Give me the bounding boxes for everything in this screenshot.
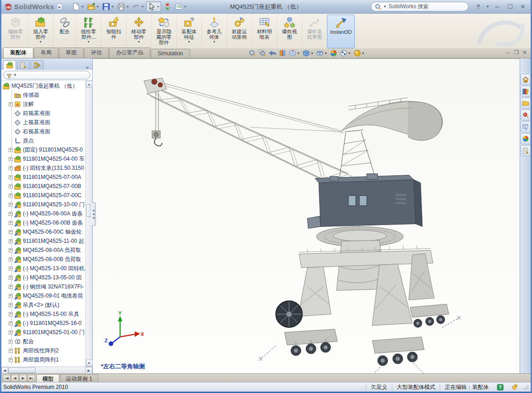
linear-component-pattern-button[interactable]: 线性零部件...▼: [76, 15, 101, 48]
tree-item[interactable]: +局部圆周阵列1: [1, 355, 85, 364]
model-tab-1[interactable]: 模型: [37, 374, 59, 382]
tree-item[interactable]: +MQ4525-08-00A 负荷取: [1, 246, 85, 255]
expand-toggle[interactable]: +: [9, 330, 13, 335]
section-view-button[interactable]: [278, 49, 287, 58]
expand-toggle[interactable]: +: [9, 349, 13, 353]
tree-item[interactable]: 原点: [1, 136, 85, 145]
apply-scene-button[interactable]: [329, 49, 338, 58]
prev-tab-button[interactable]: ◀: [11, 375, 19, 382]
view-orientation-button[interactable]: ▼: [288, 49, 300, 58]
panel-tabs-overflow[interactable]: »: [86, 64, 90, 70]
scroll-right-arrow[interactable]: ▶: [85, 367, 92, 374]
tree-item[interactable]: +(-) 911801MQ4525-16-0: [1, 319, 85, 328]
tree-item[interactable]: +(-) MQ4525-13-00 回转机: [1, 264, 85, 273]
save-button-dropdown-arrow[interactable]: ▼: [111, 5, 114, 8]
hide-show-items-button[interactable]: ▼: [316, 49, 328, 58]
insert-component-button-dropdown-arrow[interactable]: ▼: [39, 40, 42, 43]
undo-button-dropdown-arrow[interactable]: ▼: [141, 5, 144, 8]
tree-item[interactable]: +局部线性阵列2: [1, 346, 85, 355]
tree-item[interactable]: +911801MQ4525-01-00 门: [1, 328, 85, 337]
tree-item[interactable]: 上视基准面: [1, 118, 85, 127]
tab-装配体[interactable]: 装配体: [3, 47, 33, 58]
view-orientation-button-dropdown-arrow[interactable]: ▼: [297, 52, 300, 55]
expand-toggle[interactable]: +: [9, 358, 13, 362]
view-settings-button[interactable]: ▼: [339, 49, 352, 58]
move-component-button[interactable]: 移动零部件▼: [126, 15, 151, 48]
select-button[interactable]: ▼: [146, 1, 161, 12]
expand-toggle[interactable]: +: [9, 194, 13, 198]
tree-item[interactable]: +911801MQ4525-11-00 起: [1, 236, 85, 246]
reference-geometry-button-dropdown-arrow[interactable]: ▼: [213, 40, 216, 43]
tree-item[interactable]: +911801MQ4525-07-00C: [1, 191, 85, 200]
expand-toggle[interactable]: +: [9, 285, 13, 289]
previous-view-button[interactable]: [268, 49, 277, 58]
hscroll-thumb[interactable]: [8, 367, 36, 373]
realview-button-dropdown-arrow[interactable]: ▼: [362, 52, 365, 55]
maximize-button[interactable]: ☐: [505, 3, 515, 11]
tab-草图[interactable]: 草图: [59, 47, 84, 58]
tree-filter-input[interactable]: ▼: [3, 71, 90, 79]
solidworks-resources-button[interactable]: [521, 74, 531, 85]
quick-tips-help-icon[interactable]: ?: [497, 384, 504, 391]
expand-toggle[interactable]: +: [9, 166, 13, 170]
expand-toggle[interactable]: +: [9, 148, 13, 152]
tab-布局[interactable]: 布局: [34, 47, 58, 58]
save-button[interactable]: ▼: [101, 2, 115, 11]
exploded-view-button[interactable]: 爆炸视图: [277, 15, 302, 48]
tree-item[interactable]: +911801MQ4525-10-00 门: [1, 200, 85, 209]
custom-properties-button[interactable]: [521, 145, 531, 156]
options-button[interactable]: ▼: [174, 2, 188, 11]
open-button-dropdown-arrow[interactable]: ▼: [96, 5, 99, 8]
expand-toggle[interactable]: +: [9, 257, 13, 262]
tree-item[interactable]: +(-) MQ4525-06-00B 齿条: [1, 218, 85, 227]
expand-toggle[interactable]: +: [9, 203, 13, 207]
tree-item[interactable]: +911801MQ4525-07-00B: [1, 182, 85, 191]
tree-item[interactable]: +MQ4525-08-00B 负荷取: [1, 255, 85, 264]
display-style-button[interactable]: ▼: [302, 49, 314, 58]
help-button[interactable]: ?: [473, 3, 483, 11]
new-document-button[interactable]: ▼: [71, 2, 85, 11]
file-explorer-button[interactable]: [521, 98, 531, 109]
view-settings-button-dropdown-arrow[interactable]: ▼: [348, 52, 351, 55]
expand-toggle[interactable]: +: [9, 294, 13, 298]
tree-item[interactable]: +吊具<2> (默认): [1, 300, 85, 309]
expand-toggle[interactable]: +: [9, 276, 13, 280]
expand-toggle[interactable]: +: [9, 239, 13, 243]
assembly-features-button[interactable]: 装配体特征▼: [176, 15, 201, 48]
tree-item[interactable]: +(-) MQ4525-06-00A 齿条: [1, 209, 85, 218]
tab-办公室产品[interactable]: 办公室产品: [109, 47, 150, 58]
scroll-left-arrow[interactable]: ◀: [1, 367, 8, 374]
tree-item[interactable]: +A注解: [1, 100, 85, 109]
print-button[interactable]: ▼: [116, 2, 130, 11]
tab-feature-manager[interactable]: [3, 60, 16, 70]
expand-toggle[interactable]: +: [9, 312, 13, 316]
panel-splitter-handle[interactable]: ◀◀◀: [91, 202, 96, 226]
tree-root-item[interactable]: MQ4525门座起重机 （低）: [1, 81, 85, 90]
search-box[interactable]: ▼ SolidWorks 搜索: [371, 2, 469, 11]
expand-toggle[interactable]: +: [9, 221, 13, 225]
insert-component-button[interactable]: 插入零部件▼: [28, 15, 53, 48]
resize-grip[interactable]: [523, 384, 529, 390]
tab-configuration-manager[interactable]: [31, 60, 43, 70]
instant3d-button[interactable]: Instant3D: [327, 15, 355, 48]
move-component-button-dropdown-arrow[interactable]: ▼: [137, 40, 141, 43]
menu-expand-arrow[interactable]: ▸: [57, 4, 63, 10]
doc-close-button[interactable]: ✕: [522, 49, 527, 56]
appearances-scenes-button[interactable]: [521, 133, 531, 144]
expand-toggle[interactable]: +: [9, 102, 13, 106]
zoom-to-fit-button[interactable]: [248, 49, 257, 58]
show-hidden-components-button[interactable]: 显示隐藏的零部件: [151, 15, 176, 48]
expand-toggle[interactable]: +: [9, 175, 13, 179]
bill-of-materials-button[interactable]: 材料明细表: [252, 15, 277, 48]
tree-item[interactable]: +(固定) 911801MQ4525-0: [1, 145, 85, 154]
tab-评估[interactable]: 评估: [84, 47, 109, 58]
expand-toggle[interactable]: +: [9, 157, 13, 161]
solidworks-search-button[interactable]: [521, 110, 531, 121]
realview-button[interactable]: ▼: [353, 49, 365, 58]
doc-minimize-button[interactable]: ─: [506, 49, 511, 56]
expand-toggle[interactable]: +: [9, 303, 13, 307]
undo-button[interactable]: ▼: [131, 2, 145, 11]
new-motion-study-button[interactable]: 新建运动算例: [226, 15, 252, 48]
rebuild-button[interactable]: [162, 2, 173, 11]
tree-horizontal-scrollbar[interactable]: ◀ ▶: [1, 367, 92, 373]
